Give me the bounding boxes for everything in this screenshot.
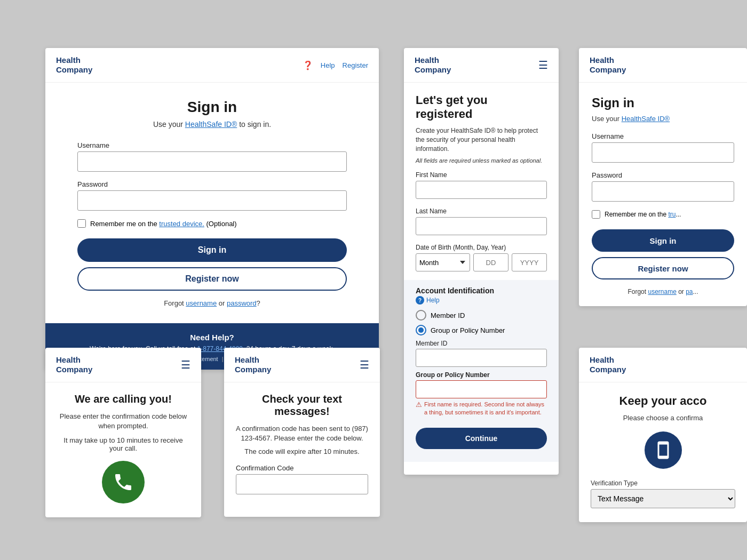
password-partial-group: Password bbox=[592, 171, 734, 202]
phone-device-icon bbox=[645, 431, 682, 469]
remember-partial-row: Remember me on the tru... bbox=[592, 210, 734, 219]
password-label: Password bbox=[77, 180, 347, 188]
password-group: Password bbox=[77, 180, 347, 211]
phone-call-icon bbox=[102, 461, 145, 503]
remember-row: Remember me on the trusted device. (Opti… bbox=[77, 219, 347, 228]
calling-header: Health Company ☰ bbox=[45, 348, 201, 382]
username-partial-input[interactable] bbox=[592, 142, 734, 163]
logo-register: Health Company bbox=[415, 55, 451, 75]
signin-partial-card: Health Company Sign in Use your HealthSa… bbox=[579, 48, 747, 306]
keepaccount-body: Please choose a confirma bbox=[591, 413, 735, 423]
member-id-field[interactable] bbox=[416, 349, 547, 367]
remember-checkbox[interactable] bbox=[77, 219, 86, 228]
register-subtitle: Create your HealthSafe ID® to help prote… bbox=[416, 126, 547, 153]
member-id-field-label: Member ID bbox=[416, 340, 547, 347]
password-partial-input[interactable] bbox=[592, 181, 734, 202]
dob-dd-input[interactable] bbox=[473, 253, 508, 271]
calling-hamburger-icon[interactable]: ☰ bbox=[181, 358, 190, 371]
device-svg bbox=[654, 441, 673, 460]
username-label: Username bbox=[77, 141, 347, 149]
password-input[interactable] bbox=[77, 190, 347, 211]
first-name-group: First Name bbox=[416, 171, 547, 199]
healthsafe-link-partial[interactable]: HealthSafe ID® bbox=[622, 115, 670, 123]
help-link[interactable]: Help bbox=[321, 61, 335, 69]
phone-svg bbox=[113, 471, 134, 493]
logo-textmsg: Health Company bbox=[235, 355, 271, 374]
signin-subtitle: Use your HealthSafe ID® to sign in. bbox=[77, 120, 347, 129]
trusted-device-link[interactable]: trusted device. bbox=[159, 220, 204, 228]
group-policy-radio-label: Group or Policy Number bbox=[431, 326, 505, 334]
forgot-username-partial-link[interactable]: username bbox=[648, 288, 676, 295]
calling-body: We are calling you! Please enter the con… bbox=[45, 382, 201, 517]
continue-button[interactable]: Continue bbox=[416, 428, 547, 449]
group-policy-radio-row[interactable]: Group or Policy Number bbox=[416, 325, 547, 335]
trusted-device-link-partial[interactable]: tru bbox=[668, 211, 676, 218]
logo-keepaccount: Health Company bbox=[590, 355, 626, 374]
register-header: Health Company ☰ bbox=[404, 48, 559, 83]
signin-partial-body: Sign in Use your HealthSafe ID® Username… bbox=[579, 83, 747, 306]
calling-card: Health Company ☰ We are calling you! Ple… bbox=[45, 348, 201, 517]
remember-partial-checkbox[interactable] bbox=[592, 210, 600, 219]
group-policy-radio[interactable] bbox=[416, 325, 426, 335]
username-partial-group: Username bbox=[592, 132, 734, 163]
last-name-input[interactable] bbox=[416, 217, 547, 235]
first-name-input[interactable] bbox=[416, 181, 547, 199]
svg-point-0 bbox=[662, 456, 664, 458]
forgot-username-link[interactable]: username bbox=[186, 299, 217, 307]
last-name-group: Last Name bbox=[416, 207, 547, 235]
first-name-label: First Name bbox=[416, 171, 547, 179]
forgot-password-link[interactable]: password bbox=[227, 299, 257, 307]
signin-partial-title: Sign in bbox=[592, 95, 734, 110]
verif-type-label: Verification Type bbox=[591, 479, 735, 487]
error-message: ⚠ First name is required. Second line no… bbox=[416, 401, 547, 416]
signin-body: Sign in Use your HealthSafe ID® to sign … bbox=[45, 83, 379, 323]
register-title: Let's get you registered bbox=[416, 93, 547, 121]
member-id-radio[interactable] bbox=[416, 310, 426, 321]
member-id-radio-label: Member ID bbox=[431, 311, 465, 319]
confirmation-code-input[interactable] bbox=[236, 474, 368, 494]
register-now-button[interactable]: Register now bbox=[77, 267, 347, 291]
keepaccount-title: Keep your acco bbox=[591, 394, 735, 408]
hamburger-icon[interactable]: ☰ bbox=[538, 59, 548, 71]
textmsg-body: Check your text messages! A confirmation… bbox=[224, 382, 380, 517]
required-note: All fields are required unless marked as… bbox=[416, 157, 547, 164]
logo: Health Company bbox=[56, 55, 92, 75]
verif-type-select[interactable]: Text Message bbox=[591, 489, 735, 508]
username-input[interactable] bbox=[77, 151, 347, 172]
logo-calling: Health Company bbox=[56, 355, 92, 374]
dob-group: Date of Birth (Month, Day, Year) Month bbox=[416, 244, 547, 271]
signin-card: Health Company ❓ Help Register Sign in U… bbox=[45, 48, 379, 370]
dob-month-select[interactable]: Month bbox=[416, 253, 470, 271]
account-id-help[interactable]: ? Help bbox=[416, 296, 547, 305]
textmsg-header: Health Company ☰ bbox=[224, 348, 380, 382]
remember-text: Remember me on the trusted device. (Opti… bbox=[90, 220, 237, 228]
healthsafe-link[interactable]: HealthSafe ID® bbox=[185, 120, 237, 129]
forgot-password-partial-link[interactable]: pa bbox=[686, 288, 693, 295]
password-partial-label: Password bbox=[592, 171, 734, 179]
signin-title: Sign in bbox=[77, 99, 347, 116]
textmsg-hamburger-icon[interactable]: ☰ bbox=[360, 358, 369, 371]
header-links: ❓ Help Register bbox=[303, 60, 368, 70]
textmsg-card: Health Company ☰ Check your text message… bbox=[224, 348, 380, 517]
last-name-label: Last Name bbox=[416, 207, 547, 215]
dob-yyyy-input[interactable] bbox=[512, 253, 547, 271]
member-id-field-group: Member ID bbox=[416, 340, 547, 367]
signin-partial-header: Health Company bbox=[579, 48, 747, 83]
register-link[interactable]: Register bbox=[343, 61, 368, 69]
confirmation-code-label: Confirmation Code bbox=[236, 464, 368, 472]
registration-card: Health Company ☰ Let's get you registere… bbox=[404, 48, 559, 475]
calling-body1: Please enter the confirmation code below… bbox=[57, 412, 189, 431]
signin-partial-button[interactable]: Sign in bbox=[592, 229, 734, 252]
textmsg-expire: The code will expire after 10 minutes. bbox=[236, 447, 368, 455]
group-policy-field[interactable] bbox=[416, 380, 547, 398]
username-group: Username bbox=[77, 141, 347, 172]
register-body: Let's get you registered Create your Hea… bbox=[404, 83, 559, 475]
account-id-section: Account Identification ? Help Member ID … bbox=[404, 280, 559, 462]
calling-body2: It may take up to 10 minutes to receive … bbox=[57, 436, 189, 452]
keepaccount-body: Keep your acco Please choose a confirma … bbox=[579, 382, 747, 522]
group-policy-field-group: Group or Policy Number ⚠ First name is r… bbox=[416, 371, 547, 416]
register-partial-button[interactable]: Register now bbox=[592, 257, 734, 279]
member-id-radio-row[interactable]: Member ID bbox=[416, 310, 547, 321]
signin-button[interactable]: Sign in bbox=[77, 238, 347, 262]
remember-partial-text: Remember me on the tru... bbox=[605, 211, 681, 218]
